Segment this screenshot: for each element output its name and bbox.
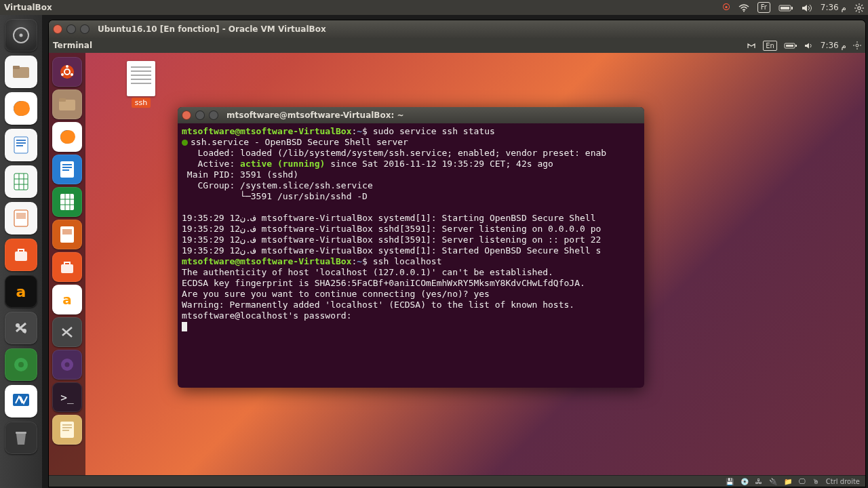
host-clock[interactable]: 7:36 م	[821, 0, 846, 15]
guest-impress-icon[interactable]	[52, 220, 82, 249]
guest-desktop[interactable]: a >_ ssh mtsoftware@mtsoftware-VirtualBo…	[49, 53, 865, 476]
wifi-icon[interactable]	[738, 0, 749, 15]
svg-rect-46	[59, 98, 66, 102]
guest-help-icon[interactable]	[52, 350, 82, 380]
host-amazon-icon[interactable]: a	[5, 275, 37, 308]
host-lang-indicator[interactable]: Fr	[757, 2, 770, 13]
svg-point-27	[22, 329, 26, 333]
svg-rect-33	[786, 45, 793, 47]
minimize-icon[interactable]	[195, 110, 205, 120]
host-top-bar: VirtualBox ⦿ Fr 7:36 م	[0, 0, 868, 15]
gear-icon[interactable]	[853, 41, 861, 49]
terminal-cursor	[182, 322, 187, 331]
battery-icon[interactable]	[784, 42, 797, 49]
guest-calc-icon[interactable]	[52, 187, 82, 217]
svg-rect-21	[16, 145, 23, 146]
guest-lang-indicator[interactable]: En	[763, 41, 777, 51]
vm-shared-icon[interactable]: 📁	[784, 478, 792, 485]
host-virtualbox-icon[interactable]	[5, 385, 37, 418]
svg-rect-19	[16, 140, 26, 141]
svg-point-29	[18, 362, 24, 367]
svg-rect-16	[13, 66, 20, 69]
svg-rect-55	[61, 264, 73, 273]
volume-icon[interactable]	[804, 42, 814, 49]
guest-system-tray: En 7:36 م	[747, 41, 861, 51]
svg-rect-22	[14, 174, 28, 190]
terminal-titlebar[interactable]: mtsoftware@mtsoftware-VirtualBox: ~	[178, 107, 644, 123]
svg-point-43	[61, 73, 64, 76]
svg-point-0	[743, 10, 745, 12]
host-impress-icon[interactable]	[5, 202, 37, 235]
battery-icon[interactable]	[778, 0, 793, 15]
volume-icon[interactable]	[802, 0, 812, 15]
svg-point-57	[65, 363, 70, 367]
host-help-icon[interactable]	[5, 348, 37, 381]
guest-software-icon[interactable]	[52, 252, 82, 282]
host-calc-icon[interactable]	[5, 165, 37, 198]
host-dash-icon[interactable]	[5, 19, 37, 52]
guest-firefox-icon[interactable]	[52, 122, 82, 152]
vm-network-icon[interactable]: 🖧	[755, 478, 762, 485]
guest-terminal-icon[interactable]: >_	[52, 382, 82, 412]
svg-rect-20	[16, 142, 26, 144]
svg-rect-3	[791, 7, 793, 9]
vm-window: Ubuntu16.10 [En fonction] - Oracle VM Vi…	[49, 20, 865, 487]
host-firefox-icon[interactable]	[5, 92, 37, 125]
svg-line-12	[856, 10, 857, 12]
svg-point-42	[66, 65, 68, 68]
svg-rect-51	[62, 169, 69, 171]
svg-line-10	[861, 10, 863, 12]
svg-rect-54	[62, 229, 72, 235]
vm-hostkey: Ctrl droite	[826, 478, 860, 485]
network-icon[interactable]	[747, 41, 756, 49]
host-software-icon[interactable]	[5, 239, 37, 271]
host-trash-icon[interactable]	[5, 422, 37, 454]
guest-dash-icon[interactable]	[52, 57, 82, 87]
guest-launcher: a >_	[49, 53, 85, 476]
vm-titlebar[interactable]: Ubuntu16.10 [En fonction] - Oracle VM Vi…	[49, 20, 865, 38]
guest-texteditor-icon[interactable]	[52, 415, 82, 445]
maximize-icon[interactable]	[80, 24, 90, 34]
svg-rect-2	[781, 7, 789, 9]
svg-rect-24	[16, 213, 26, 219]
guest-files-icon[interactable]	[52, 89, 82, 119]
svg-point-35	[856, 44, 859, 47]
svg-rect-49	[62, 164, 72, 165]
host-files-icon[interactable]	[5, 56, 37, 88]
svg-point-14	[20, 34, 23, 37]
maximize-icon[interactable]	[209, 110, 218, 120]
terminal-body[interactable]: mtsoftware@mtsoftware-VirtualBox:~$ sudo…	[178, 123, 644, 388]
terminal-window: mtsoftware@mtsoftware-VirtualBox: ~ mtso…	[178, 107, 644, 388]
vm-status-bar: 💾 💿 🖧 🔌 📁 🖵 🖱 Ctrl droite	[49, 475, 865, 487]
guest-amazon-icon[interactable]: a	[52, 285, 82, 314]
vm-window-title: Ubuntu16.10 [En fonction] - Oracle VM Vi…	[98, 24, 326, 34]
host-writer-icon[interactable]	[5, 129, 37, 161]
record-icon[interactable]: ⦿	[722, 0, 730, 15]
close-icon[interactable]	[53, 24, 62, 34]
vm-optical-icon[interactable]: 💿	[741, 478, 749, 485]
desktop-file-label: ssh	[132, 98, 151, 108]
vm-display-icon[interactable]: 🖵	[799, 478, 806, 485]
guest-active-app[interactable]: Terminal	[53, 41, 92, 50]
gear-icon[interactable]	[854, 0, 864, 15]
svg-point-26	[16, 323, 20, 327]
close-icon[interactable]	[182, 110, 191, 120]
vm-usb-icon[interactable]: 🔌	[769, 478, 777, 485]
svg-line-9	[856, 5, 857, 6]
guest-settings-icon[interactable]	[52, 317, 82, 347]
vm-disk-icon[interactable]: 💾	[726, 478, 734, 485]
svg-rect-50	[62, 167, 72, 168]
svg-point-44	[71, 73, 73, 76]
svg-rect-58	[60, 422, 74, 438]
svg-line-11	[861, 5, 863, 6]
host-launcher: a	[0, 15, 42, 488]
svg-rect-25	[15, 251, 27, 261]
guest-writer-icon[interactable]	[52, 155, 82, 184]
guest-clock[interactable]: 7:36 م	[821, 41, 846, 50]
desktop-file-ssh[interactable]: ssh	[122, 61, 160, 108]
vm-mouse-icon[interactable]: 🖱	[812, 478, 819, 485]
host-settings-icon[interactable]	[5, 312, 37, 344]
minimize-icon[interactable]	[66, 24, 76, 34]
svg-point-4	[858, 6, 861, 9]
svg-rect-52	[60, 194, 74, 210]
